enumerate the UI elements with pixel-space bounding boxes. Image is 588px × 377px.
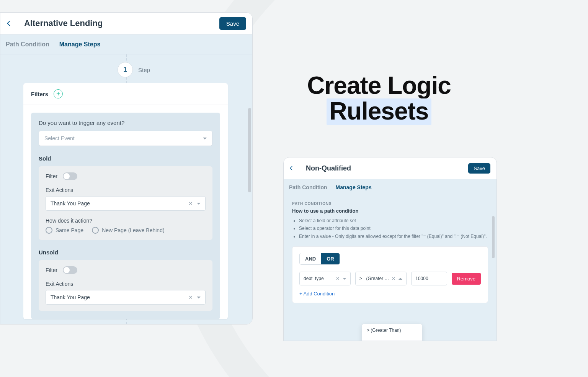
filters-title: Filters <box>31 91 48 97</box>
clear-icon[interactable]: ✕ <box>336 276 340 281</box>
path-conditions-subtitle: How to use a path condition <box>292 208 488 214</box>
scrollbar[interactable] <box>492 216 495 258</box>
operator-option[interactable]: > (Greater Than) <box>362 324 422 336</box>
sold-filter-toggle[interactable] <box>63 172 77 180</box>
exit-actions-label: Exit Actions <box>46 187 206 193</box>
marketing-headline: Create Logic Rulesets <box>295 73 463 125</box>
operator-value: >= (Greater Than ... <box>359 276 392 281</box>
save-button[interactable]: Save <box>219 17 246 30</box>
add-condition-link[interactable]: + Add Condition <box>299 291 481 297</box>
tab-manage-steps[interactable]: Manage Steps <box>336 184 372 190</box>
save-button[interactable]: Save <box>468 163 490 174</box>
instruction-item: Select a field or attribute set <box>299 217 488 225</box>
unsold-section-label: Unsold <box>39 249 212 256</box>
value-input[interactable] <box>411 272 447 285</box>
tab-manage-steps[interactable]: Manage Steps <box>59 41 101 48</box>
chevron-down-icon <box>203 138 207 139</box>
instruction-item: Select a operator for this data point <box>299 225 488 232</box>
path-condition-panel: Non-Qualified Save Path Condition Manage… <box>283 157 497 341</box>
page-title: Non-Qualified <box>306 164 351 172</box>
value-field[interactable] <box>415 276 443 281</box>
operator-select[interactable]: >= (Greater Than ... ✕ <box>355 272 407 285</box>
radio-same-page[interactable]: Same Page <box>46 227 83 234</box>
radio-new-page[interactable]: New Page (Leave Behind) <box>92 227 164 234</box>
step-config-card: Do you want to trigger any event? Select… <box>31 113 220 319</box>
select-event-placeholder: Select Event <box>44 135 75 141</box>
exit-actions-select[interactable]: Thank You Page ✕ <box>46 196 206 211</box>
chevron-up-icon <box>399 278 402 280</box>
panel-header: Alternative Lending Save <box>0 13 252 34</box>
clear-icon[interactable]: ✕ <box>392 276 395 281</box>
and-or-toggle: AND OR <box>299 253 340 265</box>
exit-actions-label: Exit Actions <box>46 281 206 287</box>
field-value: debt_type <box>304 276 324 281</box>
tab-path-condition[interactable]: Path Condition <box>6 41 49 48</box>
exit-actions-select-2[interactable]: Thank You Page ✕ <box>46 290 206 305</box>
step-badge: 1 Step <box>118 62 150 77</box>
workflow-editor-panel: Alternative Lending Save Path Condition … <box>0 12 253 325</box>
clear-icon[interactable]: ✕ <box>188 200 193 207</box>
operator-dropdown: > (Greater Than) < (Less Than) = (Equal)… <box>362 324 422 341</box>
filter-toggle-label: Filter <box>46 173 57 179</box>
headline-line-1: Create Logic <box>307 72 451 99</box>
instructions-list: Select a field or attribute set Select a… <box>292 217 488 240</box>
back-arrow-icon[interactable] <box>0 16 17 30</box>
or-button[interactable]: OR <box>321 253 340 264</box>
panel-header: Non-Qualified Save <box>284 157 497 179</box>
chevron-down-icon <box>343 278 346 280</box>
path-conditions-heading: PATH CONDITIONS <box>292 202 488 206</box>
trigger-question: Do you want to trigger any event? <box>39 120 212 126</box>
clear-icon[interactable]: ✕ <box>188 294 193 300</box>
back-arrow-icon[interactable] <box>284 161 299 175</box>
headline-line-2: Rulesets <box>327 98 432 125</box>
add-filter-button[interactable]: + <box>54 89 63 98</box>
exit-actions-value: Thank You Page <box>51 294 90 300</box>
scrollbar[interactable] <box>248 108 251 192</box>
filter-toggle-label: Filter <box>46 267 57 273</box>
tab-path-condition[interactable]: Path Condition <box>289 184 327 190</box>
unsold-filter-toggle[interactable] <box>63 266 77 274</box>
step-number: 1 <box>118 62 133 77</box>
and-button[interactable]: AND <box>300 253 321 264</box>
instruction-item: Enter in a value - Only digits are allow… <box>299 233 488 240</box>
remove-button[interactable]: Remove <box>452 273 481 285</box>
chevron-down-icon <box>197 297 201 298</box>
chevron-down-icon <box>197 203 201 205</box>
filters-card: Filters + Do you want to trigger any eve… <box>23 83 228 319</box>
tab-bar: Path Condition Manage Steps <box>284 179 497 195</box>
how-action-label: How does it action? <box>46 218 206 224</box>
condition-row: debt_type ✕ >= (Greater Than ... ✕ Remov… <box>299 272 481 285</box>
exit-actions-value: Thank You Page <box>51 200 90 207</box>
select-event-dropdown[interactable]: Select Event <box>39 131 212 146</box>
operator-option[interactable]: < (Less Than) <box>362 336 422 341</box>
sold-section-label: Sold <box>39 155 212 162</box>
page-title: Alternative Lending <box>24 18 103 28</box>
tab-bar: Path Condition Manage Steps <box>0 34 252 54</box>
step-label: Step <box>138 67 150 73</box>
field-select[interactable]: debt_type ✕ <box>299 272 351 285</box>
logic-card: AND OR debt_type ✕ >= (Greater Than ... … <box>292 246 488 303</box>
